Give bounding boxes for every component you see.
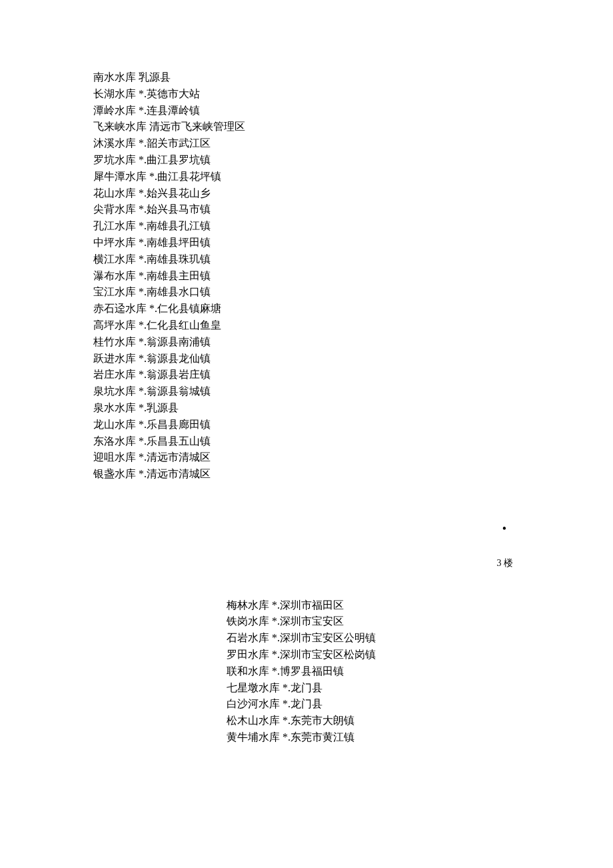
reservoir-name: 罗坑水库 [93, 154, 136, 165]
reservoir-name: 泉坑水库 [93, 385, 136, 397]
list-item: 宝江水库 *.南雄县水口镇 [93, 284, 520, 301]
list-item: 联和水库 *.博罗县福田镇 [227, 663, 520, 680]
reservoir-location: *.龙门县 [283, 698, 322, 709]
reservoir-name: 黄牛埔水库 [227, 731, 280, 743]
reservoir-name: 长湖水库 [93, 88, 136, 99]
reservoir-location: 乳源县 [139, 71, 171, 83]
reservoir-name: 宝江水库 [93, 286, 136, 297]
list-item: 迎咀水库 *.清远市清城区 [93, 449, 520, 466]
reservoir-name: 龙山水库 [93, 419, 136, 430]
reservoir-location: *.翁源县岩庄镇 [139, 369, 211, 380]
reservoir-name: 中坪水库 [93, 237, 136, 248]
list-item: 泉坑水库 *.翁源县翁城镇 [93, 383, 520, 400]
reservoir-location: *.曲江县花坪镇 [149, 171, 221, 182]
reservoir-name: 东洛水库 [93, 435, 136, 447]
list-item: 瀑布水库 *.南雄县主田镇 [93, 268, 520, 285]
reservoir-location: *.南雄县水口镇 [139, 286, 211, 297]
list-item: 铁岗水库 *.深圳市宝安区 [227, 613, 520, 630]
reservoir-location: *.清远市清城区 [139, 468, 211, 479]
reservoir-name: 潭岭水库 [93, 105, 136, 116]
list-item: 横江水库 *.南雄县珠玑镇 [93, 251, 520, 268]
reservoir-name: 岩庄水库 [93, 369, 136, 380]
reservoir-list-2: 梅林水库 *.深圳市福田区铁岗水库 *.深圳市宝安区石岩水库 *.深圳市宝安区公… [93, 597, 520, 746]
document-page: 南水水库 乳源县长湖水库 *.英德市大站潭岭水库 *.连县潭岭镇飞来峡水库 清远… [0, 0, 613, 786]
reservoir-name: 迎咀水库 [93, 451, 136, 463]
list-item: 长湖水库 *.英德市大站 [93, 86, 520, 103]
list-item: 南水水库 乳源县 [93, 69, 520, 86]
reservoir-location: *.始兴县马市镇 [139, 203, 211, 215]
reservoir-location: *.连县潭岭镇 [139, 105, 200, 116]
list-item: 潭岭水库 *.连县潭岭镇 [93, 103, 520, 119]
list-item: 高坪水库 *.仁化县红山鱼皇 [93, 317, 520, 334]
reservoir-location: *.始兴县花山乡 [139, 187, 211, 199]
list-item: 黄牛埔水库 *.东莞市黄江镇 [227, 729, 520, 746]
reservoir-name: 石岩水库 [227, 632, 269, 643]
reservoir-location: *.深圳市宝安区公明镇 [272, 632, 376, 643]
reservoir-location: *.东莞市黄江镇 [283, 731, 354, 743]
reservoir-name: 白沙河水库 [227, 698, 280, 709]
reservoir-name: 联和水库 [227, 665, 269, 677]
reservoir-list-1: 南水水库 乳源县长湖水库 *.英德市大站潭岭水库 *.连县潭岭镇飞来峡水库 清远… [93, 69, 520, 483]
list-item: 石岩水库 *.深圳市宝安区公明镇 [227, 630, 520, 647]
list-item: 孔江水库 *.南雄县孔江镇 [93, 218, 520, 235]
reservoir-location: *.深圳市福田区 [272, 599, 344, 611]
reservoir-name: 孔江水库 [93, 220, 136, 231]
reservoir-location: *.深圳市宝安区 [272, 615, 344, 627]
reservoir-name: 南水水库 [93, 71, 136, 83]
reservoir-name: 赤石迳水库 [93, 303, 147, 314]
reservoir-location: *.翁源县南浦镇 [139, 336, 211, 347]
list-item: 桂竹水库 *.翁源县南浦镇 [93, 334, 520, 351]
reservoir-location: *.博罗县福田镇 [272, 665, 344, 677]
list-item: 松木山水库 *.东莞市大朗镇 [227, 713, 520, 729]
reservoir-name: 泉水水库 [93, 402, 136, 413]
list-item: 梅林水库 *.深圳市福田区 [227, 597, 520, 614]
list-item: 银盏水库 *.清远市清城区 [93, 466, 520, 483]
list-item: 龙山水库 *.乐昌县廊田镇 [93, 417, 520, 433]
reservoir-location: *.仁化县红山鱼皇 [139, 319, 221, 331]
reservoir-location: *.南雄县坪田镇 [139, 237, 211, 248]
reservoir-name: 桂竹水库 [93, 336, 136, 347]
reservoir-location: *.乳源县 [139, 402, 179, 413]
list-item: 罗田水库 *.深圳市宝安区松岗镇 [227, 647, 520, 663]
reservoir-name: 犀牛潭水库 [93, 171, 147, 182]
list-item: 中坪水库 *.南雄县坪田镇 [93, 235, 520, 251]
reservoir-location: *.深圳市宝安区松岗镇 [272, 649, 376, 660]
reservoir-name: 铁岗水库 [227, 615, 269, 627]
reservoir-name: 花山水库 [93, 187, 136, 199]
list-item: 赤石迳水库 *.仁化县镇麻塘 [93, 301, 520, 317]
reservoir-location: *.乐昌县廊田镇 [139, 419, 211, 430]
reservoir-location: *.东莞市大朗镇 [283, 715, 354, 726]
list-item: 沐溪水库 *.韶关市武江区 [93, 135, 520, 152]
reservoir-location: *.南雄县珠玑镇 [139, 253, 211, 265]
reservoir-name: 尖背水库 [93, 203, 136, 215]
reservoir-name: 罗田水库 [227, 649, 269, 660]
reservoir-name: 跃进水库 [93, 353, 136, 364]
reservoir-location: *.清远市清城区 [139, 451, 211, 463]
reservoir-location: *.南雄县主田镇 [139, 270, 211, 281]
list-item: 跃进水库 *.翁源县龙仙镇 [93, 351, 520, 367]
list-item: 东洛水库 *.乐昌县五山镇 [93, 433, 520, 450]
reservoir-name: 瀑布水库 [93, 270, 136, 281]
list-item: 岩庄水库 *.翁源县岩庄镇 [93, 367, 520, 383]
list-item: 尖背水库 *.始兴县马市镇 [93, 201, 520, 218]
reservoir-name: 高坪水库 [93, 319, 136, 331]
reservoir-location: *.龙门县 [283, 682, 322, 693]
list-item: 花山水库 *.始兴县花山乡 [93, 185, 520, 202]
floor-label: 3 楼 [93, 556, 520, 571]
list-item: 泉水水库 *.乳源县 [93, 400, 520, 417]
list-item: 白沙河水库 *.龙门县 [227, 696, 520, 713]
list-item: 犀牛潭水库 *.曲江县花坪镇 [93, 169, 520, 185]
reservoir-name: 飞来峡水库 [93, 121, 147, 132]
reservoir-location: 清远市飞来峡管理区 [149, 121, 245, 132]
reservoir-location: *.韶关市武江区 [139, 137, 211, 149]
reservoir-name: 沐溪水库 [93, 137, 136, 149]
reservoir-name: 梅林水库 [227, 599, 269, 611]
reservoir-location: *.曲江县罗坑镇 [139, 154, 211, 165]
reservoir-location: *.乐昌县五山镇 [139, 435, 211, 447]
list-item: 七星墩水库 *.龙门县 [227, 680, 520, 697]
reservoir-name: 银盏水库 [93, 468, 136, 479]
reservoir-name: 横江水库 [93, 253, 136, 265]
reservoir-location: *.仁化县镇麻塘 [149, 303, 221, 314]
list-item: 罗坑水库 *.曲江县罗坑镇 [93, 152, 520, 169]
reservoir-location: *.翁源县龙仙镇 [139, 353, 211, 364]
